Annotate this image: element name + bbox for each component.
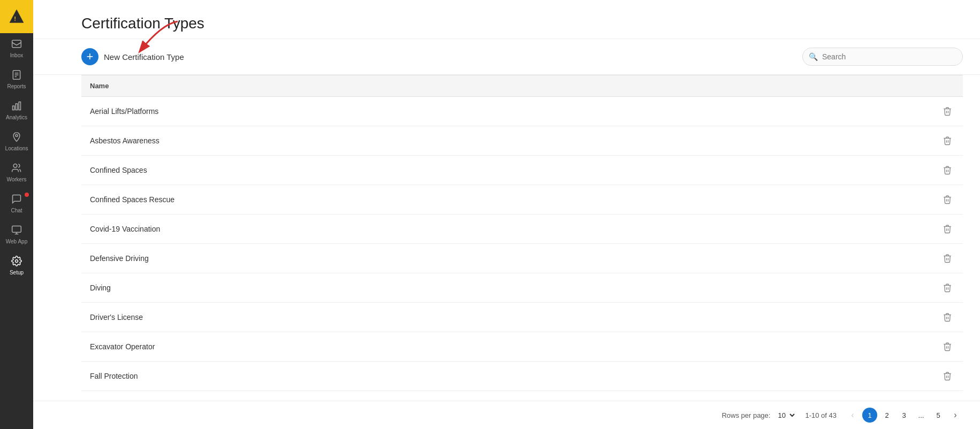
prev-page-button[interactable]: ‹ — [845, 408, 860, 423]
delete-button[interactable] — [940, 222, 954, 236]
sidebar-item-reports[interactable]: Reports — [0, 64, 33, 95]
locations-icon — [11, 132, 22, 144]
cell-name: Covid-19 Vaccination — [81, 215, 932, 244]
svg-point-15 — [16, 260, 18, 263]
table-row: Confined Spaces — [81, 156, 963, 185]
search-container: 🔍 — [802, 48, 963, 66]
rows-per-page-label: Rows per page: — [721, 411, 770, 419]
delete-button[interactable] — [940, 163, 954, 177]
svg-point-11 — [13, 164, 17, 168]
sidebar-item-analytics[interactable]: Analytics — [0, 95, 33, 126]
sidebar-item-workers[interactable]: Workers — [0, 157, 33, 188]
certification-table-container: Name Aerial Lifts/Platforms Asbestos — [33, 75, 980, 401]
table-row: Confined Spaces Rescue — [81, 185, 963, 215]
cell-name: Aerial Lifts/Platforms — [81, 97, 932, 126]
reports-icon — [11, 70, 22, 82]
cell-name: Diving — [81, 273, 932, 303]
page-title: Certification Types — [81, 15, 963, 32]
page-ellipsis: ... — [914, 408, 929, 423]
inbox-icon — [11, 39, 22, 51]
new-button-label: New Certification Type — [104, 52, 184, 62]
rows-per-page-control: Rows per page: 10 25 50 — [721, 410, 796, 421]
table-row: Fall Protection — [81, 362, 963, 391]
sidebar-item-locations[interactable]: Locations — [0, 126, 33, 157]
cell-delete — [932, 185, 963, 215]
sidebar-item-label-reports: Reports — [7, 83, 26, 90]
table-header-row: Name — [81, 75, 963, 97]
cell-name: Confined Spaces — [81, 156, 932, 185]
sidebar-item-setup[interactable]: Setup — [0, 250, 33, 281]
svg-rect-12 — [12, 226, 21, 233]
column-header-name: Name — [81, 75, 932, 97]
table-row: Driver's License — [81, 303, 963, 332]
svg-rect-7 — [13, 106, 14, 110]
delete-button[interactable] — [940, 340, 954, 354]
app-logo: ! — [0, 0, 33, 33]
main-content: Certification Types + New Certification … — [33, 0, 980, 429]
delete-button[interactable] — [940, 369, 954, 383]
cell-delete — [932, 97, 963, 126]
toolbar: + New Certification Type 🔍 — [33, 39, 980, 75]
delete-button[interactable] — [940, 104, 954, 118]
search-input[interactable] — [802, 48, 963, 66]
next-page-button[interactable]: › — [948, 408, 963, 423]
cell-delete — [932, 126, 963, 156]
delete-button[interactable] — [940, 193, 954, 206]
svg-rect-8 — [16, 104, 17, 110]
cell-name: Driver's License — [81, 303, 932, 332]
sidebar-item-label-analytics: Analytics — [6, 114, 27, 121]
svg-text:!: ! — [14, 16, 16, 22]
cell-delete — [932, 215, 963, 244]
sidebar-item-label-setup: Setup — [10, 270, 24, 276]
page-range-info: 1-10 of 43 — [805, 411, 837, 419]
delete-button[interactable] — [940, 134, 954, 148]
page-btn-5[interactable]: 5 — [931, 408, 946, 423]
page-btn-3[interactable]: 3 — [897, 408, 911, 423]
cell-delete — [932, 362, 963, 391]
page-btn-1[interactable]: 1 — [862, 408, 877, 423]
cell-delete — [932, 303, 963, 332]
delete-button[interactable] — [940, 310, 954, 324]
workers-icon — [11, 163, 22, 175]
certification-table: Name Aerial Lifts/Platforms Asbestos — [81, 75, 963, 391]
new-certification-button[interactable]: + New Certification Type — [81, 48, 184, 65]
analytics-icon — [11, 101, 22, 113]
sidebar: ! Inbox Reports Analytics Locations Work… — [0, 0, 33, 429]
rows-per-page-select[interactable]: 10 25 50 — [773, 410, 796, 421]
pagination-bar: Rows per page: 10 25 50 1-10 of 43 ‹ 1 2… — [33, 401, 980, 429]
table-row: Diving — [81, 273, 963, 303]
cell-delete — [932, 332, 963, 362]
sidebar-item-label-chat: Chat — [11, 208, 22, 214]
sidebar-item-inbox[interactable]: Inbox — [0, 33, 33, 64]
cell-name: Fall Protection — [81, 362, 932, 391]
cell-delete — [932, 273, 963, 303]
sidebar-item-label-inbox: Inbox — [10, 52, 23, 59]
table-row: Asbestos Awareness — [81, 126, 963, 156]
cell-name: Confined Spaces Rescue — [81, 185, 932, 215]
webapp-icon — [11, 225, 22, 237]
table-row: Aerial Lifts/Platforms — [81, 97, 963, 126]
table-row: Defensive Driving — [81, 244, 963, 273]
cell-delete — [932, 244, 963, 273]
delete-button[interactable] — [940, 251, 954, 265]
table-row: Excavator Operator — [81, 332, 963, 362]
page-btn-2[interactable]: 2 — [879, 408, 894, 423]
page-nav: ‹ 1 2 3 ... 5 › — [845, 408, 963, 423]
sidebar-item-webapp[interactable]: Web App — [0, 219, 33, 250]
search-icon: 🔍 — [809, 52, 818, 61]
svg-rect-9 — [19, 102, 20, 110]
cell-name: Excavator Operator — [81, 332, 932, 362]
table-row: Covid-19 Vaccination — [81, 215, 963, 244]
setup-icon — [11, 256, 22, 268]
add-icon: + — [81, 48, 98, 65]
cell-name: Asbestos Awareness — [81, 126, 932, 156]
sidebar-item-label-webapp: Web App — [6, 239, 27, 245]
svg-rect-2 — [12, 40, 21, 47]
cell-name: Defensive Driving — [81, 244, 932, 273]
chat-icon — [11, 194, 22, 206]
svg-point-10 — [16, 134, 18, 136]
sidebar-item-label-workers: Workers — [6, 177, 26, 183]
sidebar-item-chat[interactable]: Chat — [0, 188, 33, 219]
page-header: Certification Types — [33, 0, 980, 39]
delete-button[interactable] — [940, 281, 954, 295]
